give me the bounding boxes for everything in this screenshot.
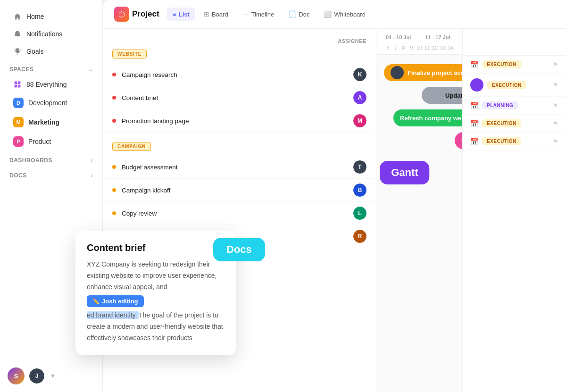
- status-badge: EXECUTION: [482, 119, 521, 127]
- sidebar-item-development[interactable]: D Development: [4, 93, 99, 112]
- sidebar-footer: S J ▼: [0, 367, 102, 384]
- docs-section[interactable]: Docs ›: [0, 167, 102, 182]
- gantt-bar-row: Refresh company website: [384, 108, 455, 128]
- sidebar-item-label: Product: [28, 138, 51, 145]
- avatar: T: [353, 160, 366, 174]
- gantt-day-labels: 6 7 8 9 10 11 12 13 14: [376, 44, 462, 54]
- pencil-icon: ✏️: [92, 298, 100, 305]
- table-row[interactable]: Campaign research K: [103, 63, 376, 86]
- docs-card: Content brief XYZ Company is seeking to …: [75, 231, 236, 355]
- tab-board[interactable]: ⊞ Board: [198, 8, 234, 21]
- task-name: Campaign kickoff: [122, 187, 353, 194]
- sidebar-item-label: 88 Everything: [26, 81, 67, 88]
- sidebar-item-label: Development: [28, 99, 67, 107]
- status-badge: EXECUTION: [487, 81, 526, 89]
- gantt-bar-finalize[interactable]: Finalize project scope: [384, 64, 462, 81]
- avatar: R: [353, 230, 366, 243]
- tab-whiteboard[interactable]: ⬜ Whiteboard: [318, 8, 371, 21]
- task-name: Copy review: [122, 210, 353, 217]
- bell-icon: [13, 30, 22, 38]
- gantt-bar-update[interactable]: Update key objectives: [422, 87, 462, 104]
- calendar-icon: 📅: [470, 120, 478, 127]
- sidebar-item-home[interactable]: Home: [4, 8, 99, 25]
- svg-rect-1: [18, 82, 21, 84]
- task-name: Content brief: [122, 94, 353, 101]
- status-row: 📅 EXECUTION ⚑: [463, 133, 566, 150]
- editing-user: Josh editing: [102, 298, 138, 305]
- gantt-bar-contractor[interactable]: Update contractor agreement: [455, 132, 462, 149]
- chevron-down-icon[interactable]: ⌄: [88, 66, 93, 73]
- week-2-label: 11 - 17 Jul: [423, 33, 455, 42]
- flag-icon: ⚑: [552, 138, 558, 145]
- table-row[interactable]: Copy review L: [103, 202, 376, 225]
- assignee-col-header: ASSIGNEE: [103, 36, 376, 46]
- svg-rect-0: [15, 82, 17, 84]
- sidebar-item-label: Notifications: [26, 30, 62, 38]
- status-row: EXECUTION ⚑: [463, 74, 566, 97]
- section-website: WEBSITE: [103, 46, 376, 63]
- spaces-section: Spaces ⌄: [0, 60, 102, 75]
- gantt-week-labels: 04 - 10 Jul 11 - 17 Jul: [376, 29, 462, 44]
- website-badge: WEBSITE: [112, 50, 147, 58]
- status-badge: EXECUTION: [482, 137, 521, 145]
- sidebar-item-label: Marketing: [28, 118, 59, 126]
- table-row[interactable]: Content brief A: [103, 86, 376, 109]
- status-badge: EXECUTION: [482, 60, 521, 68]
- sidebar-item-product[interactable]: P Product: [4, 132, 99, 151]
- flag-icon: ⚑: [552, 120, 558, 127]
- status-row: 📅 PLANNING ⚑: [463, 97, 566, 115]
- campaign-badge: CAMPAIGN: [112, 142, 151, 151]
- dashboards-section[interactable]: Dashboards ›: [0, 151, 102, 167]
- docs-card-para2: ed brand identity. The goal of the proje…: [87, 310, 225, 343]
- docs-card-title: Content brief: [87, 242, 225, 253]
- avatar: L: [353, 207, 366, 220]
- gantt-bar-refresh[interactable]: Refresh company website: [393, 109, 462, 126]
- home-icon: [13, 12, 22, 21]
- task-dot: [112, 119, 116, 123]
- editing-badge: ✏️ Josh editing: [87, 295, 144, 307]
- highlighted-text: ed brand identity.: [87, 311, 139, 319]
- gantt-label: Gantt: [380, 161, 429, 184]
- gantt-bar-row: Finalize project scope: [384, 62, 455, 83]
- project-icon: ⬡: [114, 7, 129, 22]
- tab-list[interactable]: ≡ List: [167, 8, 195, 21]
- sidebar-item-label: Goals: [26, 48, 44, 55]
- task-dot: [112, 165, 116, 169]
- table-row[interactable]: Promotion landing page M: [103, 109, 376, 133]
- tab-doc[interactable]: 📄 Doc: [283, 8, 315, 21]
- user-avatar[interactable]: S: [8, 367, 25, 384]
- user-menu-chevron[interactable]: ▼: [50, 373, 56, 379]
- gantt-area: 04 - 10 Jul 11 - 17 Jul 6 7 8 9 10 11 12…: [376, 29, 462, 392]
- gantt-bar-row: Update key objectives: [384, 85, 455, 106]
- status-row: 📅 EXECUTION ⚑: [463, 56, 566, 74]
- task-dot: [112, 211, 116, 215]
- gantt-bar-row: Update contractor agreement: [384, 130, 455, 151]
- sidebar-item-marketing[interactable]: M Marketing: [4, 113, 99, 132]
- sidebar-item-everything[interactable]: 88 Everything: [4, 76, 99, 93]
- task-dot: [112, 96, 116, 100]
- avatar: A: [353, 91, 366, 104]
- space-badge-p: P: [13, 136, 24, 147]
- task-dot: [112, 188, 116, 192]
- calendar-icon: 📅: [470, 61, 478, 68]
- docs-card-para1: XYZ Company is seeking to redesign their…: [87, 259, 225, 292]
- board-icon: ⊞: [204, 10, 209, 18]
- topbar: ⬡ Project ≡ List ⊞ Board — Timeline 📄 Do…: [103, 0, 566, 29]
- calendar-icon: 📅: [470, 102, 478, 109]
- task-name: Budget assessment: [122, 164, 353, 171]
- sidebar-item-goals[interactable]: Goals: [4, 43, 99, 60]
- table-row[interactable]: Campaign kickoff B: [103, 179, 376, 202]
- calendar-icon: 📅: [470, 138, 478, 145]
- list-icon: ≡: [173, 10, 176, 18]
- task-dot: [112, 73, 116, 76]
- table-row[interactable]: Budget assessment T: [103, 156, 376, 179]
- right-panel: 📅 EXECUTION ⚑ EXECUTION ⚑ 📅 PLANNING ⚑ 📅…: [462, 29, 566, 392]
- space-badge-d: D: [13, 98, 24, 108]
- gantt-header: 04 - 10 Jul 11 - 17 Jul 6 7 8 9 10 11 12…: [376, 29, 462, 55]
- user-photo: J: [29, 368, 44, 384]
- chevron-right-icon: ›: [91, 157, 93, 164]
- sidebar-item-notifications[interactable]: Notifications: [4, 25, 99, 42]
- timeline-icon: —: [242, 10, 249, 18]
- svg-rect-2: [15, 85, 17, 88]
- tab-timeline[interactable]: — Timeline: [237, 8, 280, 21]
